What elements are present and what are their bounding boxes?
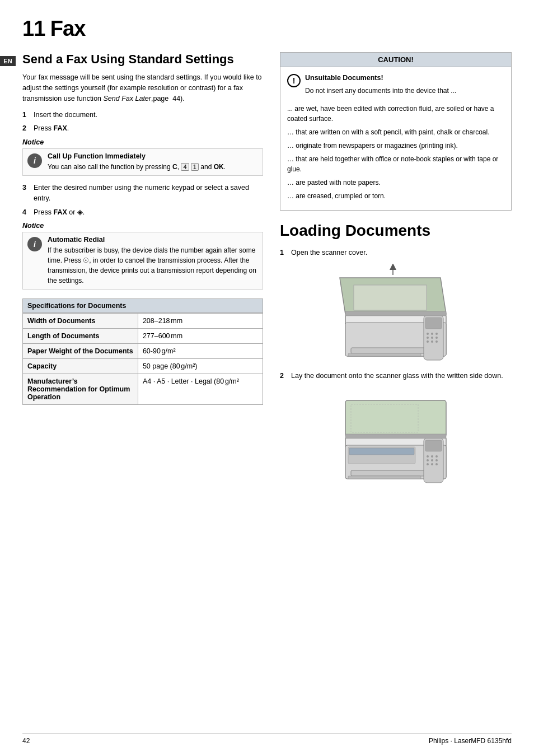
notice-1-title: Call Up Function Immediately [48,152,258,160]
fax-bold: FAX [53,124,67,132]
step-1-num: 1 [22,110,30,120]
spec-value-length: 277–600 mm [138,329,263,344]
svg-point-25 [431,455,433,458]
spec-label-weight: Paper Weight of the Documents [23,344,138,359]
step-4: 4 Press FAX or ◈. [22,207,263,218]
spec-label-width: Width of Documents [23,314,138,329]
notice-1-content: i Call Up Function Immediately You can a… [22,148,263,176]
caution-body: ! Unsuitable Documents! Do not insert an… [280,67,511,210]
svg-point-24 [427,455,429,458]
step-3-text: Enter the desired number using the numer… [34,183,263,204]
lang-badge: EN [0,56,16,66]
notice-1-text-block: Call Up Function Immediately You can als… [48,152,258,172]
notice-2: Notice i Automatic Redial If the subscri… [22,222,263,290]
table-row: Width of Documents 208–218 mm [23,314,263,329]
notice-1-icon: i [27,153,42,168]
loading-steps: 1 Open the scanner cover. [280,248,512,258]
spec-value-capacity: 50 page (80 g/m²) [138,359,263,374]
notice-1-label: Notice [22,138,263,146]
caution-unsuitable-block: Unsuitable Documents! Do not insert any … [305,73,456,99]
caution-item-0: ... are wet, have been edited with corre… [287,104,504,124]
svg-point-31 [431,463,433,465]
spec-label-manufacturer: Manufacturer’s Recommendation for Optimu… [23,374,138,405]
spec-value-weight: 60‭-‭90 g/m² [138,344,263,359]
svg-point-12 [431,340,433,343]
specs-table-caption: Specifications for Documents [22,298,263,313]
svg-point-7 [435,333,438,335]
loading-step-1-num: 1 [280,248,288,258]
table-row: Length of Documents 277–600 mm [23,329,263,344]
loading-step-1-text: Open the scanner cover. [291,248,512,258]
send-fax-heading: Send a Fax Using Standard Settings [22,52,263,67]
loading-steps-2: 2 Lay the document onto the scanner glas… [280,371,512,381]
svg-point-8 [427,337,429,339]
caution-row: ! Unsuitable Documents! Do not insert an… [287,73,504,99]
svg-rect-4 [425,318,442,329]
fax-device-svg-2 [334,386,457,484]
step-4-num: 4 [22,207,30,218]
notice-2-label: Notice [22,222,263,230]
notice-2-icon: i [27,237,42,251]
loading-heading: Loading Documents [280,222,512,240]
table-row: Capacity 50 page (80 g/m²) [23,359,263,374]
loading-step-2-num: 2 [280,371,288,381]
svg-rect-33 [345,400,446,437]
svg-point-11 [427,340,429,343]
notice-2-text-block: Automatic Redial If the subscriber is bu… [48,236,258,286]
left-column: Send a Fax Using Standard Settings Your … [22,52,263,493]
svg-point-32 [435,463,438,465]
notice-1-kbd-4: 4 [181,163,189,171]
svg-rect-36 [348,476,421,479]
caution-header: CAUTION! [280,53,511,67]
unsuitable-intro: Do not insert any documents into the dev… [305,86,456,96]
steps-list-2: 3 Enter the desired number using the num… [22,183,263,217]
svg-rect-15 [354,285,427,310]
step-2: 2 Press FAX. [22,123,263,134]
notice-2-content: i Automatic Redial If the subscriber is … [22,232,263,290]
spec-value-manufacturer: A4 · A5 · Letter · Legal (80 g/m² [138,374,263,405]
right-column: CAUTION! ! Unsuitable Documents! Do not … [280,52,512,493]
loading-step-1: 1 Open the scanner cover. [280,248,512,258]
notice-1-c: C [172,163,177,171]
page: EN 11 Fax Send a Fax Using Standard Sett… [0,0,534,756]
notice-1-ok: OK [214,163,224,171]
notice-1: Notice i Call Up Function Immediately Yo… [22,138,263,176]
page-footer: 42 Philips · LaserMFD 6135hfd [22,733,512,745]
steps-list: 1 Insert the document. 2 Press FAX. [22,110,263,134]
fax-illustration-1 [280,264,512,362]
spec-label-length: Length of Documents [23,329,138,344]
caution-item-5: … are creased, crumpled or torn. [287,191,504,201]
step-2-num: 2 [22,123,30,134]
step-1: 1 Insert the document. [22,110,263,120]
loading-step-2-text: Lay the document onto the scanner glass … [291,371,512,381]
caution-item-3: … that are held together with office or … [287,154,504,174]
svg-point-27 [427,459,429,461]
caution-item-4: … are pasted with note papers. [287,178,504,188]
svg-rect-23 [425,440,442,451]
caution-item-1: … that are written on with a soft pencil… [287,127,504,137]
svg-point-10 [435,337,438,339]
table-row: Manufacturer’s Recommendation for Optimu… [23,374,263,405]
specs-table-body: Width of Documents 208–218 mm Length of … [23,314,263,405]
svg-point-29 [435,459,438,461]
step-3-num: 3 [22,183,30,204]
spec-label-capacity: Capacity [23,359,138,374]
loading-step-2: 2 Lay the document onto the scanner glas… [280,371,512,381]
step-4-fax: FAX [53,208,67,216]
svg-point-28 [431,459,433,461]
svg-point-9 [431,337,433,339]
step-4-text: Press FAX or ◈. [34,207,263,218]
svg-rect-17 [345,311,446,316]
step-2-text: Press FAX. [34,123,263,134]
caution-item-2: … originate from newspapers or magazines… [287,141,504,151]
specs-table: Specifications for Documents Width of Do… [22,298,263,405]
notice-2-title: Automatic Redial [48,236,258,244]
svg-point-30 [427,463,429,465]
svg-rect-38 [349,448,414,455]
svg-point-6 [431,333,433,335]
notice-1-body: You can also call the function by pressi… [48,162,258,172]
step-3: 3 Enter the desired number using the num… [22,183,263,204]
notice-2-body: If the subscriber is busy, the device di… [48,245,258,286]
notice-1-kbd-1: 1 [191,163,199,171]
svg-point-13 [435,340,438,343]
